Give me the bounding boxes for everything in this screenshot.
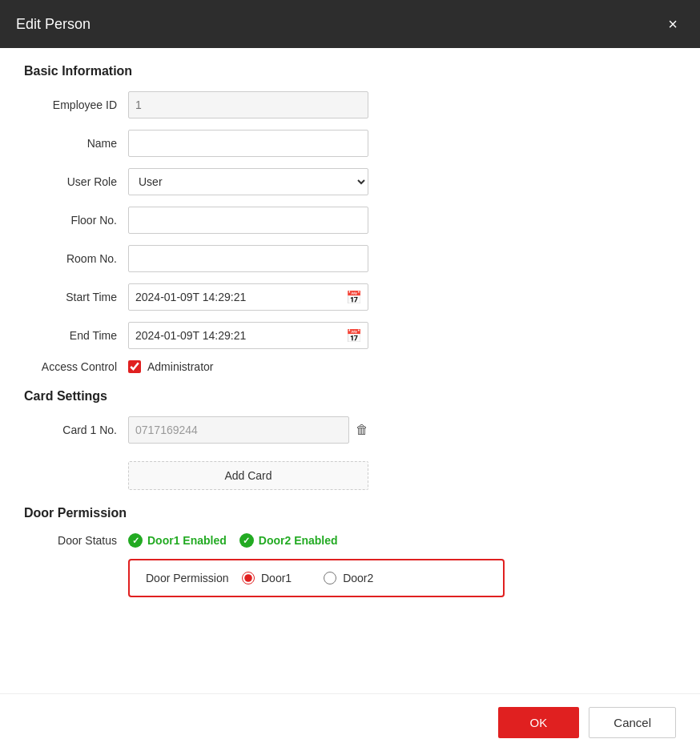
add-card-button[interactable]: Add Card	[128, 461, 368, 490]
user-role-group: User Role User Administrator Guest	[24, 168, 676, 195]
card1-delete-icon[interactable]: 🗑	[356, 423, 368, 437]
dialog-header: Edit Person ×	[0, 0, 700, 48]
employee-id-group: Employee ID	[24, 91, 676, 118]
door-permission-radio-group: Door Permission Door1 Door2	[24, 559, 676, 597]
dialog-title: Edit Person	[16, 16, 91, 33]
start-time-label: Start Time	[24, 291, 128, 303]
door2-status-item: ✓ Door2 Enabled	[239, 533, 338, 548]
card-settings-section: Card Settings Card 1 No. 🗑 Add Card	[24, 389, 676, 490]
door1-radio-item[interactable]: Door1	[242, 572, 292, 584]
floor-no-input[interactable]	[128, 207, 368, 234]
door1-radio-label: Door1	[261, 572, 292, 584]
door-permission-title: Door Permission	[24, 506, 676, 520]
card1-label: Card 1 No.	[24, 424, 128, 436]
card1-group: Card 1 No. 🗑	[24, 416, 676, 444]
employee-id-input[interactable]	[128, 91, 368, 118]
door1-status-text: Door1 Enabled	[147, 534, 227, 547]
floor-no-label: Floor No.	[24, 214, 128, 227]
room-no-group: Room No.	[24, 245, 676, 272]
door-radio-group: Door1 Door2	[242, 572, 373, 584]
basic-info-title: Basic Information	[24, 64, 676, 78]
dialog-body: Basic Information Employee ID Name User …	[0, 48, 700, 693]
room-no-label: Room No.	[24, 252, 128, 265]
user-role-select[interactable]: User Administrator Guest	[128, 168, 368, 195]
door2-status-icon: ✓	[239, 533, 254, 548]
door1-status-icon: ✓	[128, 533, 143, 548]
card1-input[interactable]	[128, 416, 349, 444]
room-no-input[interactable]	[128, 245, 368, 272]
name-label: Name	[24, 137, 128, 150]
access-control-checkbox-label: Administrator	[147, 360, 213, 373]
door-permission-box: Door Permission Door1 Door2	[128, 559, 505, 597]
start-time-input[interactable]	[128, 283, 368, 311]
end-time-input[interactable]	[128, 322, 368, 349]
end-time-wrapper: 📅	[128, 322, 368, 349]
access-control-checkbox-group: Administrator	[128, 360, 213, 373]
door1-status-item: ✓ Door1 Enabled	[128, 533, 227, 548]
card1-input-wrapper: 🗑	[128, 416, 368, 444]
access-control-group: Access Control Administrator	[24, 360, 676, 373]
access-control-label: Access Control	[24, 360, 128, 373]
employee-id-label: Employee ID	[24, 98, 128, 111]
cancel-button[interactable]: Cancel	[589, 707, 676, 738]
floor-no-group: Floor No.	[24, 207, 676, 234]
door2-radio[interactable]	[324, 572, 336, 584]
end-time-calendar-icon[interactable]: 📅	[346, 328, 362, 343]
door2-status-text: Door2 Enabled	[259, 534, 338, 547]
door-permission-section: Door Permission Door Status ✓ Door1 Enab…	[24, 506, 676, 597]
door-status-items: ✓ Door1 Enabled ✓ Door2 Enabled	[128, 533, 338, 548]
ok-button[interactable]: OK	[498, 707, 580, 738]
door-status-group: Door Status ✓ Door1 Enabled ✓ Door2 Enab…	[24, 533, 676, 548]
user-role-label: User Role	[24, 175, 128, 188]
end-time-group: End Time 📅	[24, 322, 676, 349]
card-settings-title: Card Settings	[24, 389, 676, 404]
dialog-footer: OK Cancel	[0, 693, 700, 751]
name-input[interactable]	[128, 130, 368, 157]
start-time-group: Start Time 📅	[24, 283, 676, 311]
add-card-group: Add Card	[24, 455, 676, 490]
start-time-calendar-icon[interactable]: 📅	[346, 290, 362, 305]
name-group: Name	[24, 130, 676, 157]
close-button[interactable]: ×	[662, 13, 684, 35]
end-time-label: End Time	[24, 329, 128, 342]
basic-info-section: Basic Information Employee ID Name User …	[24, 64, 676, 373]
door2-radio-item[interactable]: Door2	[324, 572, 373, 584]
door2-radio-label: Door2	[343, 572, 373, 584]
door-status-label: Door Status	[24, 534, 128, 547]
edit-person-dialog: Edit Person × Basic Information Employee…	[0, 0, 700, 751]
access-control-checkbox[interactable]	[128, 360, 141, 373]
door1-radio[interactable]	[242, 572, 255, 584]
start-time-wrapper: 📅	[128, 283, 368, 311]
door-perm-label: Door Permission	[146, 572, 242, 584]
